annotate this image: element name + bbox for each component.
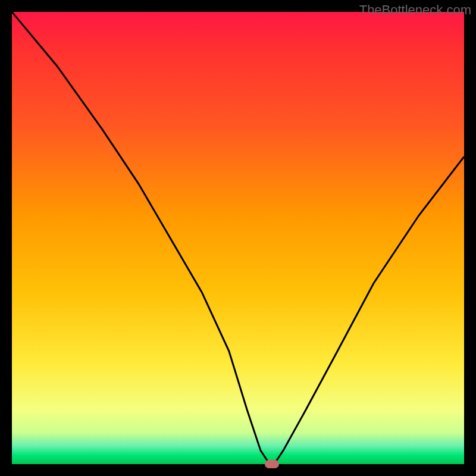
chart-plot-area <box>12 12 464 464</box>
watermark-text: TheBottleneck.com <box>359 2 471 18</box>
optimal-point-marker <box>265 460 279 468</box>
bottleneck-curve <box>12 12 464 464</box>
